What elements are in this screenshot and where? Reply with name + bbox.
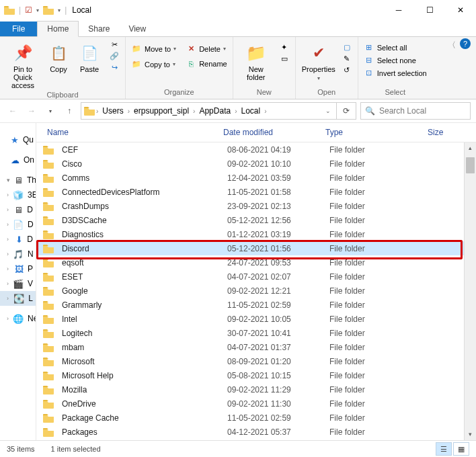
copypath-button[interactable]: 🔗: [108, 51, 121, 61]
newitem-button[interactable]: ✦: [278, 42, 291, 52]
nav-item[interactable]: ›🎬V: [0, 276, 36, 291]
cell-type: File folder: [325, 202, 428, 211]
copyto-button[interactable]: 📁Copy to ▾: [130, 59, 177, 69]
selectnone-icon: ⊟: [364, 56, 374, 65]
pin-quickaccess-button[interactable]: 📌 Pin to Quick access: [4, 40, 42, 89]
navigation-pane[interactable]: ★Qu☁On▾🖥Th›🧊3E›🖥D›📄D›⬇D›🎵N›🖼P›🎬V›💽L›🌐Ne: [0, 123, 36, 440]
nav-item[interactable]: ☁On: [0, 153, 36, 167]
nav-item[interactable]: ›⬇D: [0, 232, 36, 247]
moveto-button[interactable]: 📁Move to ▾: [130, 44, 177, 54]
tab-home[interactable]: Home: [37, 21, 79, 37]
table-row[interactable]: D3DSCache05-12-2021 12:56File folder: [36, 213, 476, 227]
table-row[interactable]: Packages04-12-2021 05:37File folder: [36, 425, 476, 439]
properties-button[interactable]: ✔ Properties ▾: [300, 40, 338, 83]
file-list[interactable]: CEF08-06-2021 04:19File folderCisco09-02…: [36, 142, 476, 440]
nav-item[interactable]: ›🧊3E: [0, 188, 36, 202]
tab-view[interactable]: View: [119, 22, 155, 36]
tab-share[interactable]: Share: [79, 22, 119, 36]
table-row[interactable]: ConnectedDevicesPlatform11-05-2021 01:58…: [36, 185, 476, 199]
search-input[interactable]: 🔍 Search Local: [360, 102, 471, 120]
table-row[interactable]: Microsoft Help05-08-2021 10:15File folde…: [36, 368, 476, 382]
table-row[interactable]: ESET04-07-2021 02:07File folder: [36, 269, 476, 284]
nav-item[interactable]: ›🖼P: [0, 261, 36, 276]
close-button[interactable]: ✕: [445, 0, 476, 20]
table-row[interactable]: Microsoft08-09-2021 01:20File folder: [36, 354, 476, 368]
qat-dropdown-icon[interactable]: ▾: [36, 7, 39, 13]
table-row[interactable]: Google09-02-2021 12:21File folder: [36, 284, 476, 298]
table-row[interactable]: Intel09-02-2021 10:05File folder: [36, 312, 476, 326]
col-date[interactable]: Date modified: [219, 128, 321, 137]
col-type[interactable]: Type: [321, 128, 424, 137]
newfolder-button[interactable]: 📁 New folder: [237, 40, 275, 81]
table-row[interactable]: Discord05-12-2021 01:56File folder: [36, 241, 476, 255]
table-row[interactable]: CrashDumps23-09-2021 02:13File folder: [36, 199, 476, 213]
crumb[interactable]: Local: [238, 106, 263, 116]
table-row[interactable]: Mozilla09-02-2021 11:29File folder: [36, 382, 476, 397]
scroll-down-icon[interactable]: ▾: [465, 429, 476, 440]
folder-icon: [43, 272, 54, 282]
nav-item[interactable]: ›🖥D: [0, 202, 36, 217]
crumb[interactable]: erpsupport_sipl: [131, 106, 192, 116]
chevron-icon: ▾: [7, 177, 10, 183]
table-row[interactable]: Diagnostics01-12-2021 03:19File folder: [36, 227, 476, 241]
up-button[interactable]: ↑: [62, 103, 77, 118]
forward-button[interactable]: →: [24, 103, 39, 118]
easyaccess-button[interactable]: ▭: [278, 54, 291, 64]
back-button[interactable]: ←: [5, 103, 20, 118]
folder-icon: [43, 385, 54, 394]
paste-button[interactable]: 📄 Paste: [75, 40, 104, 73]
delete-button[interactable]: ✕Delete ▾: [184, 44, 229, 54]
table-row[interactable]: Package Cache11-05-2021 02:59File folder: [36, 411, 476, 425]
crumb[interactable]: Users: [100, 106, 126, 116]
copy-button[interactable]: 📋 Copy: [44, 40, 73, 73]
nav-item[interactable]: ›💽L: [0, 291, 36, 306]
titlebar: | ☑ ▾ ▾ | Local ─ ☐ ✕: [0, 0, 476, 20]
refresh-button[interactable]: ⟳: [337, 102, 356, 120]
pasteshortcut-button[interactable]: ↪: [108, 63, 121, 73]
open-button[interactable]: ▢: [340, 42, 354, 52]
nav-item[interactable]: ›🎵N: [0, 247, 36, 261]
tab-file[interactable]: File: [0, 22, 37, 36]
nav-item[interactable]: ★Qu: [0, 132, 36, 147]
table-row[interactable]: Comms12-04-2021 03:59File folder: [36, 171, 476, 185]
rename-button[interactable]: ⎘Rename: [184, 59, 229, 69]
scroll-up-icon[interactable]: ▴: [465, 142, 476, 154]
qat-checkbox-icon[interactable]: ☑: [25, 5, 32, 15]
qat-dropdown2-icon[interactable]: ▾: [58, 7, 61, 13]
table-row[interactable]: eqsoft24-07-2021 09:53File folder: [36, 255, 476, 269]
invert-button[interactable]: ⊡Invert selection: [362, 68, 428, 78]
column-headers[interactable]: Name Date modified Type Size: [36, 123, 476, 142]
selectall-button[interactable]: ⊞Select all: [362, 42, 428, 52]
crumb-dropdown-icon[interactable]: ⌄: [325, 108, 333, 114]
scrollbar[interactable]: ▴ ▾: [464, 142, 476, 440]
nav-label: Ne: [28, 314, 36, 323]
scroll-thumb[interactable]: [466, 157, 475, 173]
table-row[interactable]: mbam04-07-2021 01:37File folder: [36, 340, 476, 354]
table-row[interactable]: Cisco09-02-2021 10:10File folder: [36, 157, 476, 171]
table-row[interactable]: Grammarly11-05-2021 02:59File folder: [36, 298, 476, 312]
help-icon[interactable]: ?: [460, 38, 471, 49]
maximize-button[interactable]: ☐: [414, 0, 445, 20]
selectnone-button[interactable]: ⊟Select none: [362, 55, 428, 65]
search-icon: 🔍: [365, 106, 375, 116]
cut-button[interactable]: ✂: [108, 40, 121, 50]
table-row[interactable]: Logitech30-07-2021 10:41File folder: [36, 326, 476, 340]
details-view-button[interactable]: ☰: [436, 442, 452, 456]
tiles-view-button[interactable]: ▦: [453, 442, 469, 456]
collapse-ribbon-icon[interactable]: 〈: [448, 40, 456, 51]
breadcrumb[interactable]: › Users› erpsupport_sipl› AppData› Local…: [81, 102, 337, 120]
nav-item[interactable]: ›🌐Ne: [0, 311, 36, 326]
nav-label: 3E: [28, 190, 36, 200]
minimize-button[interactable]: ─: [383, 0, 414, 20]
table-row[interactable]: CEF08-06-2021 04:19File folder: [36, 142, 476, 157]
col-name[interactable]: Name: [43, 128, 219, 137]
nav-item[interactable]: ▾🖥Th: [0, 173, 36, 188]
history-button[interactable]: ↺: [340, 65, 354, 75]
recent-dropdown[interactable]: ▾: [43, 103, 58, 118]
folder-icon: [43, 188, 54, 197]
crumb[interactable]: AppData: [196, 106, 233, 116]
table-row[interactable]: OneDrive09-02-2021 11:30File folder: [36, 397, 476, 411]
edit-button[interactable]: ✎: [340, 54, 354, 64]
nav-item[interactable]: ›📄D: [0, 217, 36, 232]
col-size[interactable]: Size: [424, 128, 472, 137]
